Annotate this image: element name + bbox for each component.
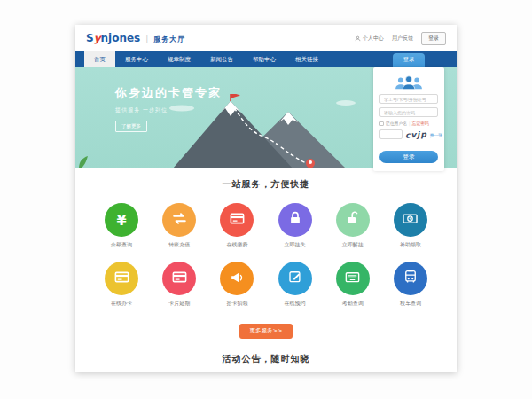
svg-text:¥: ¥ bbox=[409, 216, 411, 221]
service-circle[interactable]: ¥ bbox=[394, 203, 427, 237]
service-circle[interactable] bbox=[336, 262, 370, 295]
service-circle[interactable] bbox=[394, 262, 427, 295]
bus-icon bbox=[403, 269, 419, 288]
screenshot-stage: Synjones | 服务大厅 个人中心 用户反馈 登录 首页服务中心规章制度新… bbox=[0, 0, 532, 399]
service-item-3[interactable]: 立即挂失 bbox=[270, 203, 320, 249]
captcha-refresh-link[interactable]: 换一张 bbox=[430, 132, 442, 137]
service-circle[interactable] bbox=[278, 262, 312, 295]
banknote-icon: ¥ bbox=[402, 210, 419, 231]
hero-text: 你身边的卡管专家 提供服务 一步到位 了解更多 bbox=[115, 85, 222, 132]
more-services-button[interactable]: 更多服务>> bbox=[239, 324, 293, 339]
service-item-2[interactable]: 在线缴费 bbox=[212, 203, 262, 249]
password-input[interactable] bbox=[379, 107, 438, 117]
leaf-decoration bbox=[77, 154, 91, 168]
username-input[interactable] bbox=[379, 94, 438, 104]
keyboard-icon bbox=[344, 269, 361, 289]
service-label: 转账充值 bbox=[154, 241, 204, 249]
login-tab[interactable]: 登录 bbox=[393, 53, 425, 67]
site-name: 服务大厅 bbox=[153, 35, 185, 44]
users-group-icon bbox=[394, 74, 424, 90]
service-label: 余额查询 bbox=[97, 241, 146, 249]
service-item-8[interactable]: 拾卡招领 bbox=[212, 262, 262, 308]
service-label: 校车查询 bbox=[386, 300, 435, 308]
nav-item-1[interactable]: 服务中心 bbox=[115, 51, 158, 67]
service-item-9[interactable]: 在线预约 bbox=[270, 262, 320, 308]
service-item-6[interactable]: 在线办卡 bbox=[97, 262, 146, 308]
yuan-icon: ¥ bbox=[116, 212, 126, 229]
user-feedback-link[interactable]: 用户反馈 bbox=[392, 35, 413, 43]
hero-title: 你身边的卡管专家 bbox=[115, 85, 222, 101]
service-item-0[interactable]: ¥ 余额查询 bbox=[97, 203, 146, 249]
lock-open-icon bbox=[345, 210, 361, 230]
portal-page: Synjones | 服务大厅 个人中心 用户反馈 登录 首页服务中心规章制度新… bbox=[75, 25, 457, 372]
service-circle[interactable] bbox=[336, 203, 370, 237]
login-form: 记住用户名 | 忘记密码 cvjp 换一张 登录 bbox=[373, 67, 444, 171]
bank-card-icon bbox=[229, 210, 246, 231]
service-item-11[interactable]: 校车查询 bbox=[386, 262, 435, 308]
service-circle[interactable] bbox=[162, 203, 196, 237]
hero-cta-button[interactable]: 了解更多 bbox=[115, 121, 147, 132]
nav-item-0[interactable]: 首页 bbox=[84, 51, 115, 67]
megaphone-icon bbox=[229, 269, 246, 289]
service-label: 在线缴费 bbox=[212, 241, 262, 249]
service-label: 在线办卡 bbox=[97, 300, 146, 308]
service-circle[interactable] bbox=[278, 203, 312, 237]
personal-center-label: 个人中心 bbox=[363, 35, 384, 43]
captcha-image[interactable]: cvjp bbox=[405, 129, 427, 139]
service-item-10[interactable]: 考勤查询 bbox=[328, 262, 378, 308]
header: Synjones | 服务大厅 个人中心 用户反馈 登录 bbox=[75, 25, 457, 51]
services-row-2: 在线办卡 卡片延期 拾卡招领 在线预约 考勤查询 校车查询 bbox=[75, 262, 457, 308]
logo[interactable]: Synjones | 服务大厅 bbox=[86, 32, 185, 44]
service-circle[interactable] bbox=[220, 262, 254, 295]
service-circle[interactable]: ¥ bbox=[105, 203, 138, 237]
login-submit-button[interactable]: 登录 bbox=[379, 151, 438, 163]
login-panel: 登录 记住用户名 | 忘记密码 bbox=[373, 53, 444, 171]
services-title: 一站服务，方便快捷 bbox=[75, 178, 457, 191]
service-item-4[interactable]: 立即解挂 bbox=[328, 203, 378, 249]
service-label: 补助领取 bbox=[386, 241, 435, 249]
service-label: 在线预约 bbox=[270, 300, 320, 308]
service-item-7[interactable]: 卡片延期 bbox=[154, 262, 204, 308]
service-label: 立即挂失 bbox=[270, 241, 320, 249]
service-item-1[interactable]: 转账充值 bbox=[154, 203, 204, 249]
logo-divider: | bbox=[145, 35, 148, 43]
transfer-arrows-icon bbox=[171, 210, 188, 231]
nav-item-3[interactable]: 新闻公告 bbox=[200, 51, 243, 67]
nav-item-2[interactable]: 规章制度 bbox=[158, 51, 200, 67]
captcha-row: cvjp 换一张 bbox=[379, 129, 438, 139]
bank-card-icon bbox=[171, 269, 188, 289]
service-circle[interactable] bbox=[105, 262, 138, 295]
hero-banner: 你身边的卡管专家 提供服务 一步到位 了解更多 bbox=[75, 67, 457, 168]
hero-subtitle: 提供服务 一步到位 bbox=[115, 106, 222, 114]
remember-checkbox[interactable] bbox=[379, 121, 384, 126]
edit-pencil-icon bbox=[287, 269, 303, 288]
remember-label: 记住用户名 bbox=[386, 121, 407, 126]
captcha-input[interactable] bbox=[379, 129, 403, 139]
service-label: 拾卡招领 bbox=[212, 300, 262, 308]
user-icon bbox=[355, 35, 361, 42]
separator: | bbox=[409, 121, 411, 126]
personal-center-link[interactable]: 个人中心 bbox=[355, 35, 384, 43]
forgot-password-link[interactable]: 忘记密码 bbox=[412, 121, 429, 126]
announcements-title: 活动公告，随时知晓 bbox=[75, 353, 457, 365]
service-label: 立即解挂 bbox=[328, 241, 378, 249]
user-feedback-label: 用户反馈 bbox=[392, 35, 413, 43]
service-circle[interactable] bbox=[162, 262, 196, 295]
lock-closed-icon bbox=[287, 210, 303, 230]
remember-row: 记住用户名 | 忘记密码 bbox=[379, 121, 438, 126]
services-row-1: ¥ 余额查询 转账充值 在线缴费 立即挂失 立即解挂 ¥ 补助领取 bbox=[75, 203, 457, 249]
service-circle[interactable] bbox=[220, 203, 254, 237]
header-login-button[interactable]: 登录 bbox=[421, 32, 446, 45]
service-label: 卡片延期 bbox=[154, 300, 204, 308]
service-label: 考勤查询 bbox=[328, 300, 378, 308]
logo-accent: y bbox=[94, 32, 101, 44]
services-section: 一站服务，方便快捷 ¥ 余额查询 转账充值 在线缴费 立即挂失 立即解挂 ¥ 补… bbox=[75, 168, 457, 339]
announcements-section: 活动公告，随时知晓 最新动态 最新公告 更多>> 使用指南 更多>> bbox=[75, 353, 457, 372]
header-right: 个人中心 用户反馈 登录 bbox=[355, 32, 446, 45]
nav-item-4[interactable]: 帮助中心 bbox=[243, 51, 286, 67]
nav-item-5[interactable]: 相关链接 bbox=[286, 51, 328, 67]
bank-card-icon bbox=[113, 269, 130, 289]
logo-part-1: S bbox=[86, 32, 94, 44]
service-item-5[interactable]: ¥ 补助领取 bbox=[386, 203, 435, 249]
logo-part-2: njones bbox=[100, 32, 140, 44]
